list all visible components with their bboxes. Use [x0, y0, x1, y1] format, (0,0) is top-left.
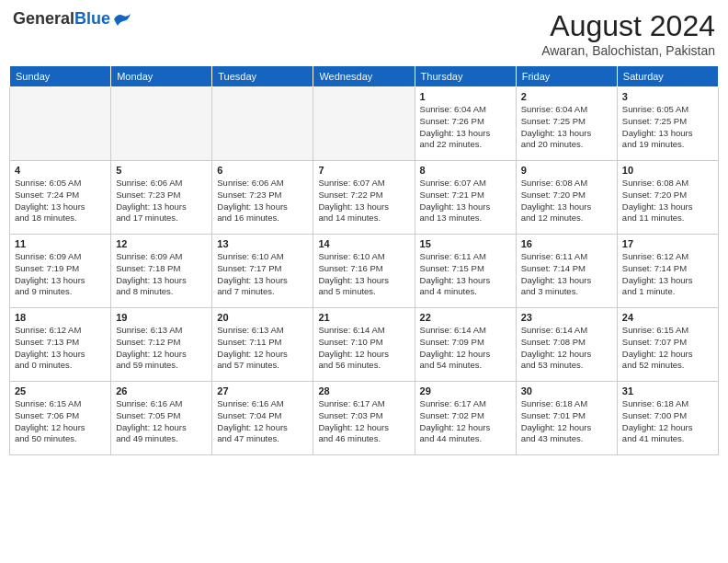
calendar-cell: 6Sunrise: 6:06 AM Sunset: 7:23 PM Daylig…: [212, 161, 313, 235]
day-number: 25: [15, 385, 106, 396]
day-number: 17: [622, 238, 713, 249]
day-number: 22: [420, 312, 511, 323]
day-info: Sunrise: 6:18 AM Sunset: 7:01 PM Dayligh…: [521, 398, 612, 445]
calendar-cell: 12Sunrise: 6:09 AM Sunset: 7:18 PM Dayli…: [111, 235, 212, 308]
day-info: Sunrise: 6:10 AM Sunset: 7:16 PM Dayligh…: [318, 251, 409, 298]
weekday-header-monday: Monday: [111, 66, 212, 87]
day-info: Sunrise: 6:13 AM Sunset: 7:11 PM Dayligh…: [217, 325, 308, 372]
day-info: Sunrise: 6:06 AM Sunset: 7:23 PM Dayligh…: [217, 178, 308, 224]
day-info: Sunrise: 6:16 AM Sunset: 7:04 PM Dayligh…: [217, 398, 308, 445]
calendar-cell: 7Sunrise: 6:07 AM Sunset: 7:22 PM Daylig…: [313, 161, 415, 235]
day-info: Sunrise: 6:04 AM Sunset: 7:26 PM Dayligh…: [420, 104, 511, 151]
day-number: 23: [521, 312, 612, 323]
calendar-cell: [111, 87, 212, 161]
day-info: Sunrise: 6:08 AM Sunset: 7:20 PM Dayligh…: [622, 178, 713, 224]
day-number: 27: [217, 385, 308, 396]
calendar-cell: [10, 87, 111, 161]
calendar-cell: 5Sunrise: 6:06 AM Sunset: 7:23 PM Daylig…: [111, 161, 212, 235]
weekday-header-sunday: Sunday: [10, 66, 111, 87]
week-row-4: 18Sunrise: 6:12 AM Sunset: 7:13 PM Dayli…: [10, 308, 719, 382]
day-info: Sunrise: 6:13 AM Sunset: 7:12 PM Dayligh…: [116, 325, 207, 372]
day-info: Sunrise: 6:18 AM Sunset: 7:00 PM Dayligh…: [622, 398, 713, 445]
day-number: 2: [521, 91, 612, 102]
calendar-cell: [212, 87, 313, 161]
day-number: 8: [420, 165, 511, 176]
day-number: 24: [622, 312, 713, 323]
calendar-cell: 14Sunrise: 6:10 AM Sunset: 7:16 PM Dayli…: [313, 235, 415, 308]
day-info: Sunrise: 6:15 AM Sunset: 7:07 PM Dayligh…: [622, 325, 713, 372]
calendar-cell: 21Sunrise: 6:14 AM Sunset: 7:10 PM Dayli…: [313, 308, 415, 382]
logo-general: GeneralBlue: [13, 9, 110, 29]
calendar-cell: 25Sunrise: 6:15 AM Sunset: 7:06 PM Dayli…: [10, 382, 111, 455]
weekday-header-thursday: Thursday: [415, 66, 516, 87]
day-number: 6: [217, 165, 308, 176]
week-row-3: 11Sunrise: 6:09 AM Sunset: 7:19 PM Dayli…: [10, 235, 719, 308]
calendar-cell: 3Sunrise: 6:05 AM Sunset: 7:25 PM Daylig…: [617, 87, 718, 161]
calendar-cell: 29Sunrise: 6:17 AM Sunset: 7:02 PM Dayli…: [415, 382, 516, 455]
calendar-cell: 27Sunrise: 6:16 AM Sunset: 7:04 PM Dayli…: [212, 382, 313, 455]
day-info: Sunrise: 6:07 AM Sunset: 7:21 PM Dayligh…: [420, 178, 511, 224]
day-number: 31: [622, 385, 713, 396]
weekday-header-saturday: Saturday: [617, 66, 718, 87]
day-number: 28: [318, 385, 409, 396]
day-info: Sunrise: 6:09 AM Sunset: 7:19 PM Dayligh…: [15, 251, 106, 298]
day-number: 7: [318, 165, 409, 176]
week-row-2: 4Sunrise: 6:05 AM Sunset: 7:24 PM Daylig…: [10, 161, 719, 235]
calendar-cell: 1Sunrise: 6:04 AM Sunset: 7:26 PM Daylig…: [415, 87, 516, 161]
day-number: 29: [420, 385, 511, 396]
page-header: GeneralBlue August 2024 Awaran, Balochis…: [9, 9, 719, 58]
day-info: Sunrise: 6:06 AM Sunset: 7:23 PM Dayligh…: [116, 178, 207, 224]
title-block: August 2024 Awaran, Balochistan, Pakista…: [541, 9, 715, 58]
day-number: 14: [318, 238, 409, 249]
day-number: 18: [15, 312, 106, 323]
day-number: 1: [420, 91, 511, 102]
calendar-cell: 17Sunrise: 6:12 AM Sunset: 7:14 PM Dayli…: [617, 235, 718, 308]
day-number: 11: [15, 238, 106, 249]
month-year-title: August 2024: [541, 9, 715, 43]
day-number: 16: [521, 238, 612, 249]
calendar-cell: 9Sunrise: 6:08 AM Sunset: 7:20 PM Daylig…: [516, 161, 617, 235]
day-number: 21: [318, 312, 409, 323]
calendar-cell: 26Sunrise: 6:16 AM Sunset: 7:05 PM Dayli…: [111, 382, 212, 455]
calendar-cell: 13Sunrise: 6:10 AM Sunset: 7:17 PM Dayli…: [212, 235, 313, 308]
calendar-cell: 22Sunrise: 6:14 AM Sunset: 7:09 PM Dayli…: [415, 308, 516, 382]
day-info: Sunrise: 6:04 AM Sunset: 7:25 PM Dayligh…: [521, 104, 612, 151]
calendar-cell: 11Sunrise: 6:09 AM Sunset: 7:19 PM Dayli…: [10, 235, 111, 308]
day-info: Sunrise: 6:17 AM Sunset: 7:03 PM Dayligh…: [318, 398, 409, 445]
day-number: 20: [217, 312, 308, 323]
day-info: Sunrise: 6:12 AM Sunset: 7:13 PM Dayligh…: [15, 325, 106, 372]
calendar-cell: 23Sunrise: 6:14 AM Sunset: 7:08 PM Dayli…: [516, 308, 617, 382]
day-info: Sunrise: 6:14 AM Sunset: 7:10 PM Dayligh…: [318, 325, 409, 372]
day-info: Sunrise: 6:11 AM Sunset: 7:14 PM Dayligh…: [521, 251, 612, 298]
weekday-header-friday: Friday: [516, 66, 617, 87]
calendar-cell: 4Sunrise: 6:05 AM Sunset: 7:24 PM Daylig…: [10, 161, 111, 235]
day-number: 4: [15, 165, 106, 176]
day-info: Sunrise: 6:10 AM Sunset: 7:17 PM Dayligh…: [217, 251, 308, 298]
calendar-cell: 18Sunrise: 6:12 AM Sunset: 7:13 PM Dayli…: [10, 308, 111, 382]
day-number: 9: [521, 165, 612, 176]
calendar-cell: 30Sunrise: 6:18 AM Sunset: 7:01 PM Dayli…: [516, 382, 617, 455]
calendar-cell: [313, 87, 415, 161]
day-number: 10: [622, 165, 713, 176]
day-number: 12: [116, 238, 207, 249]
day-info: Sunrise: 6:14 AM Sunset: 7:08 PM Dayligh…: [521, 325, 612, 372]
weekday-header-row: SundayMondayTuesdayWednesdayThursdayFrid…: [10, 66, 719, 87]
calendar-cell: 20Sunrise: 6:13 AM Sunset: 7:11 PM Dayli…: [212, 308, 313, 382]
week-row-1: 1Sunrise: 6:04 AM Sunset: 7:26 PM Daylig…: [10, 87, 719, 161]
logo: GeneralBlue: [13, 9, 132, 29]
day-number: 26: [116, 385, 207, 396]
day-info: Sunrise: 6:09 AM Sunset: 7:18 PM Dayligh…: [116, 251, 207, 298]
day-info: Sunrise: 6:17 AM Sunset: 7:02 PM Dayligh…: [420, 398, 511, 445]
day-info: Sunrise: 6:05 AM Sunset: 7:24 PM Dayligh…: [15, 178, 106, 224]
day-info: Sunrise: 6:07 AM Sunset: 7:22 PM Dayligh…: [318, 178, 409, 224]
calendar-table: SundayMondayTuesdayWednesdayThursdayFrid…: [9, 65, 719, 455]
day-number: 3: [622, 91, 713, 102]
calendar-cell: 15Sunrise: 6:11 AM Sunset: 7:15 PM Dayli…: [415, 235, 516, 308]
day-info: Sunrise: 6:05 AM Sunset: 7:25 PM Dayligh…: [622, 104, 713, 151]
weekday-header-tuesday: Tuesday: [212, 66, 313, 87]
calendar-cell: 8Sunrise: 6:07 AM Sunset: 7:21 PM Daylig…: [415, 161, 516, 235]
day-info: Sunrise: 6:12 AM Sunset: 7:14 PM Dayligh…: [622, 251, 713, 298]
day-info: Sunrise: 6:11 AM Sunset: 7:15 PM Dayligh…: [420, 251, 511, 298]
day-number: 15: [420, 238, 511, 249]
day-info: Sunrise: 6:16 AM Sunset: 7:05 PM Dayligh…: [116, 398, 207, 445]
